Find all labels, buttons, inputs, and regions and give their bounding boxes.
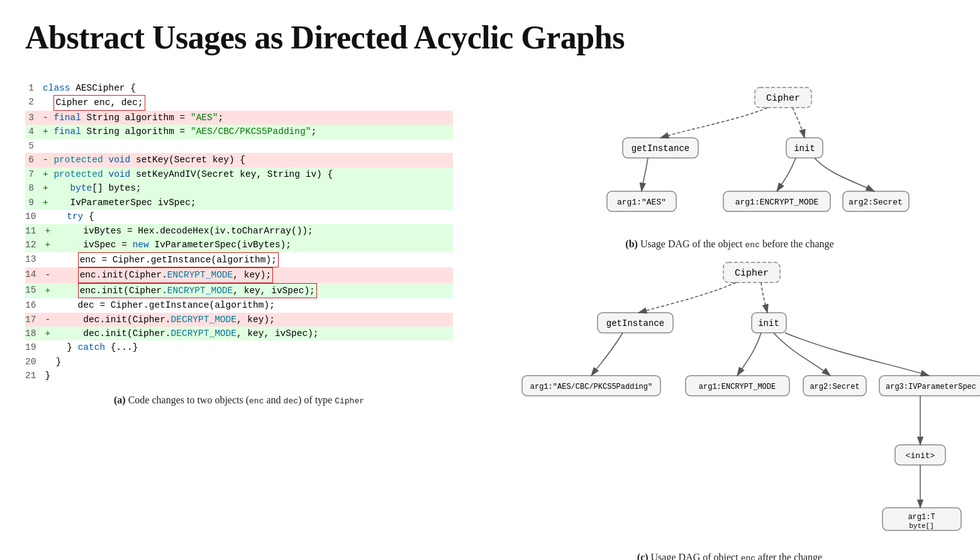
code-line-2: 2 Cipher enc, dec; [25,95,453,110]
dag-b-edge-init-arg1em [777,158,796,191]
caption-b: (b) Usage DAG of the object enc before t… [472,238,980,250]
diagrams-panel: Cipher getInstance init arg1:"AES" arg1:… [472,81,980,560]
code-line-4: 4 + final String algorithm = "AES/CBC/PK… [25,125,453,138]
dag-c-arg3iv-label: arg3:IVParameterSpec [886,383,976,391]
dag-b-arg2sec-label: arg2:Secret [849,198,903,207]
dag-b-edge-getinstance-arg1aes [642,158,648,191]
code-line-20: 20 } [25,355,453,369]
code-line-1: 1 class AESCipher { [25,81,453,95]
dag-b-arg1aes-label: arg1:"AES" [617,198,666,207]
code-line-7: 7 + protected void setKeyAndIV(Secret ke… [25,167,453,181]
code-line-17: 17 - dec.init(Cipher.DECRYPT_MODE, key); [25,313,453,327]
dag-c-arg1byte-label: arg1:T [908,513,935,522]
dag-c-arg2sec-label: arg2:Secret [810,383,859,391]
code-line-8: 8 + byte[] bytes; [25,181,453,195]
dag-b-edge-cipher-getinstance [660,108,767,138]
code-line-9: 9 + IvParameterSpec ivSpec; [25,196,453,210]
dag-c-cipher-label: Cipher [735,268,769,279]
dag-c-init-label: init [758,318,779,328]
code-line-19: 19 } catch {...} [25,340,453,354]
code-line-6: 6 - protected void setKey(Secret key) { [25,153,453,167]
dag-c-init2-label: <init> [906,451,935,461]
dag-c-edge-getinstance-arg1path [591,333,623,376]
code-line-11: 11 + ivBytes = Hex.decodeHex(iv.toCharAr… [25,224,453,238]
dag-b-section: Cipher getInstance init arg1:"AES" arg1:… [472,81,980,250]
dag-b-init-label: init [794,143,815,154]
dag-b-svg: Cipher getInstance init arg1:"AES" arg1:… [472,81,980,232]
dag-c-edge-init-arg1em [737,333,761,376]
code-line-10: 10 try { [25,210,453,223]
dag-b-edge-init-arg2sec [815,158,874,191]
dag-c-svg: Cipher getInstance init arg1:"AES/CBC/PK… [472,256,980,546]
code-line-21: 21 } [25,369,453,383]
dag-b-getinstance-label: getInstance [632,143,689,154]
dag-c-edge-cipher-getinstance [638,283,736,313]
code-panel: 1 class AESCipher { 2 Cipher enc, dec; 3… [25,81,453,406]
dag-b-arg1em-label: arg1:ENCRYPT_MODE [735,198,819,207]
dag-c-arg1path-label: arg1:"AES/CBC/PKCS5Padding" [530,383,652,391]
caption-a: (a) Code changes to two objects (enc and… [25,395,453,406]
dag-c-getinstance-label: getInstance [606,318,664,328]
dag-c-arg1byte-sub: byte[] [909,522,934,530]
code-block: 1 class AESCipher { 2 Cipher enc, dec; 3… [25,81,453,383]
code-line-16: 16 dec = Cipher.getInstance(algorithm); [25,298,453,312]
code-line-15: 15 + enc.init(Cipher.ENCRYPT_MODE, key, … [25,283,453,298]
code-line-3: 3 - final String algorithm = "AES"; [25,111,453,125]
code-line-12: 12 + ivSpec = new IvParameterSpec(ivByte… [25,238,453,252]
dag-c-arg1em-label: arg1:ENCRYPT_MODE [699,383,776,391]
code-line-14: 14 - enc.init(Cipher.ENCRYPT_MODE, key); [25,267,453,283]
code-line-13: 13 enc = Cipher.getInstance(algorithm); [25,252,453,267]
code-line-5: 5 [25,139,453,153]
code-line-18: 18 + dec.init(Cipher.DECRYPT_MODE, key, … [25,327,453,340]
caption-c: (c) Usage DAG of object enc after the ch… [472,552,980,560]
dag-c-edge-init-arg3iv [785,333,929,376]
page-title: Abstract Usages as Directed Acyclic Grap… [25,19,955,56]
dag-c-section: Cipher getInstance init arg1:"AES/CBC/PK… [472,256,980,560]
dag-b-cipher-label: Cipher [766,93,800,104]
dag-b-edge-cipher-init [793,108,805,138]
dag-c-edge-cipher-init [761,283,767,313]
